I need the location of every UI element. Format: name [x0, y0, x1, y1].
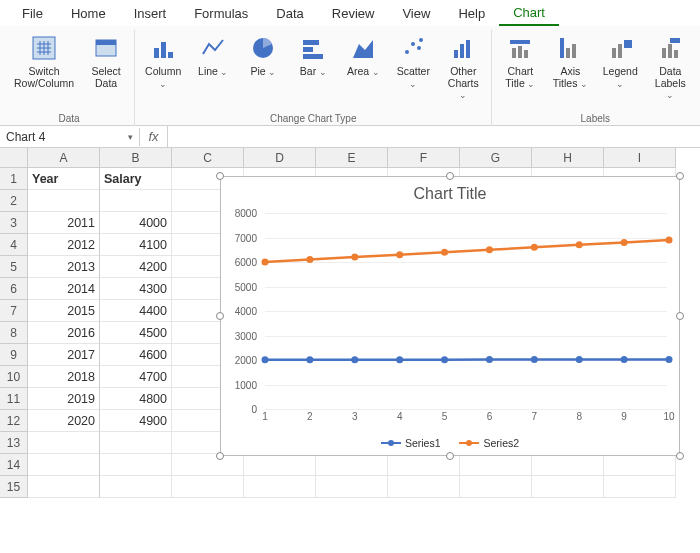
cell[interactable]: 2017 — [28, 344, 100, 366]
tab-review[interactable]: Review — [318, 2, 389, 25]
cell[interactable] — [28, 476, 100, 498]
cell[interactable]: 2012 — [28, 234, 100, 256]
cell[interactable] — [244, 476, 316, 498]
cell[interactable]: 2013 — [28, 256, 100, 278]
cell[interactable]: 4900 — [100, 410, 172, 432]
cell[interactable] — [100, 476, 172, 498]
row-header[interactable]: 5 — [0, 256, 28, 278]
resize-handle[interactable] — [446, 452, 454, 460]
resize-handle[interactable] — [216, 452, 224, 460]
row-header[interactable]: 8 — [0, 322, 28, 344]
cell[interactable]: Year — [28, 168, 100, 190]
tab-file[interactable]: File — [8, 2, 57, 25]
resize-handle[interactable] — [676, 172, 684, 180]
column-header[interactable]: E — [316, 148, 388, 168]
column-header[interactable]: I — [604, 148, 676, 168]
cell[interactable]: 4600 — [100, 344, 172, 366]
column-chart-button[interactable]: Column — [141, 30, 185, 92]
area-chart-button[interactable]: Area — [341, 30, 385, 80]
bar-chart-button[interactable]: Bar — [291, 30, 335, 80]
column-header[interactable]: B — [100, 148, 172, 168]
switch-row-column-button[interactable]: Switch Row/Column — [10, 30, 78, 91]
cell[interactable] — [28, 454, 100, 476]
tab-help[interactable]: Help — [444, 2, 499, 25]
fx-icon[interactable]: fx — [140, 126, 168, 147]
row-header[interactable]: 14 — [0, 454, 28, 476]
cell[interactable]: 4700 — [100, 366, 172, 388]
cell[interactable]: 4100 — [100, 234, 172, 256]
row-header[interactable]: 15 — [0, 476, 28, 498]
cell[interactable] — [28, 190, 100, 212]
chart-object[interactable]: Chart Title 0100020003000400050006000700… — [220, 176, 680, 456]
cell[interactable]: 2020 — [28, 410, 100, 432]
formula-input[interactable] — [168, 135, 700, 139]
cell[interactable] — [532, 454, 604, 476]
row-header[interactable]: 1 — [0, 168, 28, 190]
chart-title[interactable]: Chart Title — [221, 185, 679, 203]
chart-title-button[interactable]: Chart Title — [498, 30, 542, 91]
tab-chart[interactable]: Chart — [499, 1, 559, 26]
cell[interactable]: 2015 — [28, 300, 100, 322]
column-header[interactable]: G — [460, 148, 532, 168]
cell[interactable]: 4500 — [100, 322, 172, 344]
resize-handle[interactable] — [216, 172, 224, 180]
cell[interactable] — [172, 454, 244, 476]
legend-button[interactable]: Legend — [598, 30, 642, 92]
cell[interactable] — [388, 476, 460, 498]
cell[interactable]: 2019 — [28, 388, 100, 410]
cell[interactable] — [172, 476, 244, 498]
row-header[interactable]: 4 — [0, 234, 28, 256]
cell[interactable] — [532, 476, 604, 498]
name-box[interactable]: Chart 4 ▾ — [0, 128, 140, 146]
cell[interactable]: 4000 — [100, 212, 172, 234]
other-charts-button[interactable]: Other Charts — [441, 30, 485, 103]
row-header[interactable]: 3 — [0, 212, 28, 234]
pie-chart-button[interactable]: Pie — [241, 30, 285, 80]
cell[interactable] — [244, 454, 316, 476]
cell[interactable]: Salary — [100, 168, 172, 190]
scatter-chart-button[interactable]: Scatter — [391, 30, 435, 92]
select-data-button[interactable]: Select Data — [84, 30, 128, 91]
cell[interactable] — [604, 476, 676, 498]
chart-legend[interactable]: Series1 Series2 — [221, 434, 679, 449]
cell[interactable] — [100, 454, 172, 476]
row-header[interactable]: 11 — [0, 388, 28, 410]
tab-insert[interactable]: Insert — [120, 2, 181, 25]
row-header[interactable]: 9 — [0, 344, 28, 366]
row-header[interactable]: 13 — [0, 432, 28, 454]
cell[interactable]: 2011 — [28, 212, 100, 234]
column-header[interactable]: A — [28, 148, 100, 168]
chart-y-axis[interactable]: 010002000300040005000600070008000 — [221, 213, 261, 407]
cell[interactable]: 2018 — [28, 366, 100, 388]
tab-formulas[interactable]: Formulas — [180, 2, 262, 25]
cell[interactable]: 4400 — [100, 300, 172, 322]
select-all-corner[interactable] — [0, 148, 28, 168]
tab-home[interactable]: Home — [57, 2, 120, 25]
row-header[interactable]: 2 — [0, 190, 28, 212]
cell[interactable]: 4800 — [100, 388, 172, 410]
chart-plot-area[interactable] — [265, 213, 667, 407]
row-header[interactable]: 6 — [0, 278, 28, 300]
column-header[interactable]: C — [172, 148, 244, 168]
row-header[interactable]: 10 — [0, 366, 28, 388]
chart-series[interactable] — [265, 213, 667, 407]
cell[interactable]: 4300 — [100, 278, 172, 300]
legend-item-series2[interactable]: Series2 — [459, 437, 519, 449]
column-header[interactable]: F — [388, 148, 460, 168]
cell[interactable] — [460, 476, 532, 498]
axis-titles-button[interactable]: Axis Titles — [548, 30, 592, 91]
resize-handle[interactable] — [676, 312, 684, 320]
row-header[interactable]: 12 — [0, 410, 28, 432]
data-labels-button[interactable]: Data Labels — [648, 30, 692, 103]
cell[interactable]: 2016 — [28, 322, 100, 344]
column-header[interactable]: D — [244, 148, 316, 168]
cell[interactable] — [100, 432, 172, 454]
row-header[interactable]: 7 — [0, 300, 28, 322]
cell[interactable] — [460, 454, 532, 476]
tab-data[interactable]: Data — [262, 2, 317, 25]
cell[interactable] — [316, 454, 388, 476]
column-header[interactable]: H — [532, 148, 604, 168]
resize-handle[interactable] — [446, 172, 454, 180]
chart-x-axis[interactable]: 12345678910 — [265, 411, 667, 425]
cell[interactable] — [604, 454, 676, 476]
